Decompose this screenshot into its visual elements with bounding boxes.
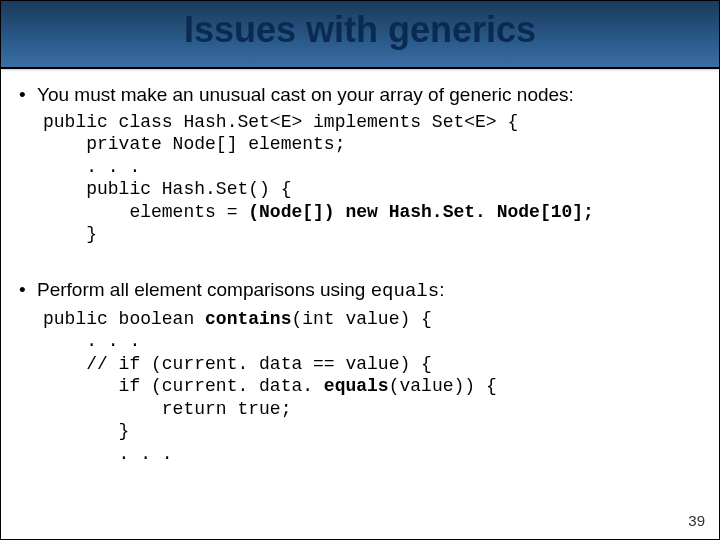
code2-l5: return true; xyxy=(43,399,291,419)
code-block-2: public boolean contains(int value) { . .… xyxy=(43,308,701,466)
code2-l3: // if (current. data == value) { xyxy=(43,354,432,374)
bullet-1: You must make an unusual cast on your ar… xyxy=(19,83,701,246)
bullet-list: You must make an unusual cast on your ar… xyxy=(19,83,701,246)
code2-l1-post: (int value) { xyxy=(291,309,431,329)
title-separator xyxy=(1,67,719,69)
slide-body: You must make an unusual cast on your ar… xyxy=(19,83,701,469)
code2-l4-bold: equals xyxy=(313,376,389,396)
code1-l3: . . . xyxy=(43,157,140,177)
code2-l1-bold: contains xyxy=(205,309,291,329)
code2-l7: . . . xyxy=(43,444,173,464)
code2-l1-pre: public boolean xyxy=(43,309,205,329)
bullet-2-prefix: Perform all element comparisons using xyxy=(37,279,371,300)
code1-l5-pre: elements = xyxy=(43,202,248,222)
code2-l4-post: (value)) { xyxy=(389,376,497,396)
code1-l4: public Hash.Set() { xyxy=(43,179,291,199)
bullet-2: Perform all element comparisons using eq… xyxy=(19,278,701,465)
bullet-2-code: equals xyxy=(371,280,439,302)
bullet-2-suffix: : xyxy=(439,279,444,300)
code1-l5-bold: (Node[]) new Hash.Set. Node[10]; xyxy=(248,202,594,222)
code2-l6: } xyxy=(43,421,129,441)
code2-l2: . . . xyxy=(43,331,140,351)
page-number: 39 xyxy=(688,512,705,529)
code1-l2: private Node[] elements; xyxy=(43,134,345,154)
code2-l4-pre: if (current. data. xyxy=(43,376,313,396)
spacer xyxy=(19,250,701,278)
bullet-1-text: You must make an unusual cast on your ar… xyxy=(37,84,574,105)
slide: Issues with generics You must make an un… xyxy=(0,0,720,540)
code1-l1: public class Hash.Set<E> implements Set<… xyxy=(43,112,518,132)
bullet-list-2: Perform all element comparisons using eq… xyxy=(19,278,701,465)
code1-l6: } xyxy=(43,224,97,244)
code-block-1: public class Hash.Set<E> implements Set<… xyxy=(43,111,701,246)
slide-title: Issues with generics xyxy=(1,9,719,51)
